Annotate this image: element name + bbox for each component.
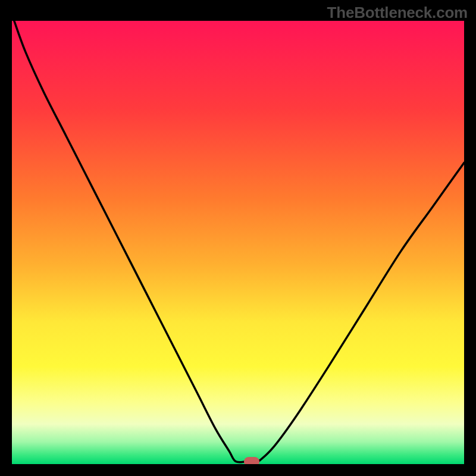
plot-area — [12, 21, 464, 464]
chart-container: TheBottleneck.com — [0, 0, 476, 476]
bottleneck-curve — [14, 21, 464, 462]
watermark-text: TheBottleneck.com — [327, 4, 468, 22]
optimal-marker — [244, 457, 259, 464]
curve-svg — [12, 21, 464, 464]
